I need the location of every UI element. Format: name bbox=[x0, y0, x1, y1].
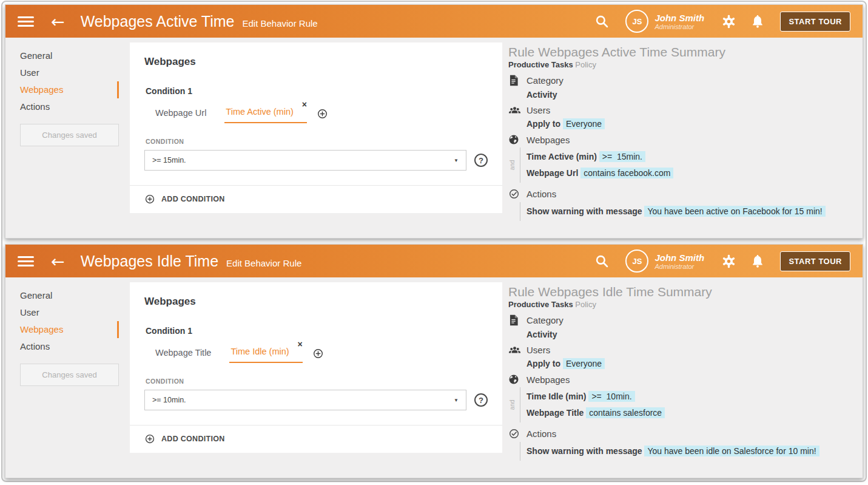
user-info: John Smith Administrator bbox=[654, 253, 713, 270]
condition-title: Condition 1 bbox=[146, 86, 488, 96]
add-condition-button[interactable]: ADD CONDITION bbox=[130, 185, 502, 213]
summary-condition-2: Webpage Url contains facebook.com bbox=[527, 165, 854, 181]
and-operator-label: and bbox=[509, 400, 516, 410]
menu-icon[interactable] bbox=[18, 14, 34, 29]
condition-select[interactable]: >= 10min. ▼ bbox=[144, 390, 466, 410]
app-header: ← Webpages Active Time Edit Behavior Rul… bbox=[5, 5, 863, 38]
condition-tabs: Webpage Url Time Active (min) × bbox=[155, 107, 488, 123]
condition-card: Webpages Condition 1 Webpage Title Time … bbox=[130, 282, 502, 453]
search-icon[interactable] bbox=[594, 13, 610, 29]
gear-icon[interactable] bbox=[721, 14, 736, 29]
close-icon[interactable]: × bbox=[297, 339, 302, 349]
sidebar: General User Webpages Actions Changes sa… bbox=[5, 38, 130, 239]
condition-field-label: CONDITION bbox=[146, 378, 488, 385]
sidebar-item-actions[interactable]: Actions bbox=[20, 98, 119, 115]
back-arrow-icon[interactable]: ← bbox=[51, 253, 65, 270]
sidebar-item-webpages[interactable]: Webpages bbox=[20, 81, 119, 98]
condition-card: Webpages Condition 1 Webpage Url Time Ac… bbox=[130, 42, 502, 213]
add-tab-icon[interactable] bbox=[312, 348, 324, 359]
highlight-everyone: Everyone bbox=[563, 358, 605, 369]
avatar[interactable]: JS bbox=[625, 10, 648, 33]
document-icon bbox=[508, 75, 527, 86]
condition-field-label: CONDITION bbox=[146, 138, 488, 145]
summary-webpages-label: Webpages bbox=[527, 135, 570, 145]
chevron-down-icon: ▼ bbox=[454, 398, 459, 403]
sidebar-item-user[interactable]: User bbox=[20, 64, 119, 81]
highlight-everyone: Everyone bbox=[563, 118, 605, 129]
user-role: Administrator bbox=[654, 23, 713, 30]
summary-users-label: Users bbox=[527, 345, 550, 355]
bell-icon[interactable] bbox=[751, 254, 764, 268]
summary-webpages-label: Webpages bbox=[527, 375, 570, 385]
panel-webpages-active-time: ← Webpages Active Time Edit Behavior Rul… bbox=[5, 4, 863, 239]
gear-icon[interactable] bbox=[721, 254, 736, 269]
summary-users-label: Users bbox=[527, 105, 550, 115]
sidebar-item-general[interactable]: General bbox=[20, 47, 119, 64]
add-icon bbox=[144, 433, 155, 444]
user-name: John Smith bbox=[654, 13, 713, 23]
add-icon bbox=[144, 194, 155, 205]
condition-group: and Time Active (min) >= 15min. Webpage … bbox=[520, 148, 854, 183]
summary-category-label: Category bbox=[527, 75, 564, 86]
summary-apply-to: Apply to Everyone bbox=[527, 119, 854, 129]
sidebar-item-general[interactable]: General bbox=[20, 287, 119, 304]
condition-tabs: Webpage Title Time Idle (min) × bbox=[155, 347, 488, 363]
tab-webpage-title[interactable]: Webpage Title bbox=[155, 348, 211, 363]
tab-time-idle[interactable]: Time Idle (min) × bbox=[229, 347, 302, 363]
check-circle-icon bbox=[508, 428, 527, 439]
changes-saved-button[interactable]: Changes saved bbox=[20, 124, 119, 146]
main-column: Webpages Condition 1 Webpage Url Time Ac… bbox=[130, 38, 502, 239]
chevron-down-icon: ▼ bbox=[454, 158, 459, 163]
page-title: Webpages Idle Time bbox=[81, 253, 218, 270]
start-tour-button[interactable]: START TOUR bbox=[780, 12, 850, 32]
summary-policy: Productive Tasks Policy bbox=[508, 300, 854, 309]
page-title: Webpages Active Time bbox=[81, 13, 235, 30]
user-info: John Smith Administrator bbox=[654, 13, 713, 30]
add-tab-icon[interactable] bbox=[317, 108, 328, 120]
tab-time-active[interactable]: Time Active (min) × bbox=[224, 107, 306, 123]
help-icon[interactable]: ? bbox=[474, 393, 488, 407]
sidebar-item-actions[interactable]: Actions bbox=[20, 338, 119, 355]
card-heading: Webpages bbox=[144, 56, 488, 68]
close-icon[interactable]: × bbox=[302, 100, 307, 109]
condition-group: and Time Idle (min) >= 10min. Webpage Ti… bbox=[520, 387, 854, 422]
summary-category-value: Activity bbox=[527, 330, 854, 339]
sidebar-item-webpages[interactable]: Webpages bbox=[20, 321, 119, 338]
action-group: Show warning with message You have been … bbox=[520, 442, 854, 461]
globe-icon bbox=[508, 134, 527, 145]
bell-icon[interactable] bbox=[751, 14, 764, 29]
summary-condition-1: Time Active (min) >= 15min. bbox=[527, 149, 854, 165]
sidebar-item-user[interactable]: User bbox=[20, 304, 119, 321]
condition-select-value: >= 15min. bbox=[152, 156, 186, 164]
summary-apply-to: Apply to Everyone bbox=[527, 359, 854, 368]
sidebar: General User Webpages Actions Changes sa… bbox=[5, 277, 130, 478]
summary-action: Show warning with message You have been … bbox=[527, 203, 854, 220]
tab-webpage-url[interactable]: Webpage Url bbox=[155, 108, 206, 123]
condition-select-value: >= 10min. bbox=[152, 396, 186, 404]
page-subtitle: Edit Behavior Rule bbox=[226, 258, 301, 268]
add-condition-button[interactable]: ADD CONDITION bbox=[130, 425, 502, 453]
document-icon bbox=[508, 314, 527, 326]
help-icon[interactable]: ? bbox=[474, 154, 488, 167]
summary-title: Rule Webpages Active Time Summary bbox=[508, 45, 854, 59]
rule-summary: Rule Webpages Active Time Summary Produc… bbox=[502, 38, 863, 239]
back-arrow-icon[interactable]: ← bbox=[51, 13, 65, 30]
changes-saved-button[interactable]: Changes saved bbox=[20, 364, 119, 386]
rule-summary: Rule Webpages Idle Time Summary Producti… bbox=[502, 277, 863, 478]
users-icon bbox=[508, 106, 527, 115]
user-name: John Smith bbox=[654, 253, 713, 263]
check-circle-icon bbox=[508, 188, 527, 200]
start-tour-button[interactable]: START TOUR bbox=[780, 251, 850, 271]
summary-condition-2: Webpage Title contains salesforce bbox=[527, 405, 854, 421]
condition-title: Condition 1 bbox=[146, 326, 488, 336]
search-icon[interactable] bbox=[594, 253, 610, 269]
and-operator-label: and bbox=[509, 160, 516, 171]
summary-actions-label: Actions bbox=[527, 429, 556, 439]
summary-condition-1: Time Idle (min) >= 10min. bbox=[527, 388, 854, 405]
card-heading: Webpages bbox=[144, 296, 488, 308]
avatar[interactable]: JS bbox=[625, 249, 648, 273]
main-column: Webpages Condition 1 Webpage Title Time … bbox=[130, 277, 502, 478]
condition-select[interactable]: >= 15min. ▼ bbox=[144, 150, 466, 171]
summary-action: Show warning with message You have been … bbox=[527, 443, 854, 460]
menu-icon[interactable] bbox=[18, 254, 34, 269]
